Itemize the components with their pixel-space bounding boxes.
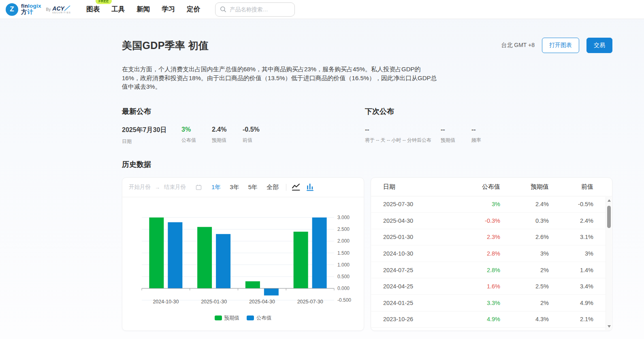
svg-text:2025-07-30: 2025-07-30 [297,299,323,305]
finlogix-logo[interactable]: Z finlogix 方计 [6,3,41,16]
previous-cell: 2.4% [549,217,593,224]
latest-forecast-stat: 2.4% 预期值 [212,126,243,145]
legend-actual-swatch [247,316,254,320]
brand-fin: fin [21,3,28,9]
acy-text: ACY [52,5,64,12]
table-scrollbar[interactable] [606,197,612,330]
date-cell: 2025-04-30 [383,217,448,224]
next-release-section: 下次公布 -- 将于 -- 天 -- 小时 -- 分钟后公布 -- 预期值 --… [365,107,612,145]
forecast-cell: 4.3% [500,316,549,322]
table-header-row: 日期 公布值 预期值 前值 [371,178,612,196]
calendar-icon[interactable] [196,184,202,190]
legend-actual[interactable]: 公布值 [247,315,272,322]
menu-item-charts-label: 图表 [86,5,100,13]
table-row: 2025-07-30 3% 2.4% -0.5% [371,196,612,213]
page-title: 美国GDP季率 初值 [122,39,209,52]
toolbar-divider [286,184,286,191]
previous-cell: -0.5% [549,201,593,207]
actual-cell: 3.3% [448,300,500,306]
actual-cell: 1.6% [448,283,500,290]
previous-cell: 2.1% [549,316,593,322]
svg-text:0.000: 0.000 [337,286,350,291]
legend-expected[interactable]: 预期值 [215,315,240,322]
latest-release-section: 最新公布 2025年7月30日 日期 3% 公布值 2.4% 预期值 -0.5%… [122,107,365,145]
range-all[interactable]: 全部 [267,183,279,191]
latest-previous-label: 前值 [243,137,260,144]
actual-cell: 2.8% [448,250,500,257]
table-body: 2025-07-30 3% 2.4% -0.5% 2025-04-30 -0.3… [371,196,612,328]
forecast-cell: 2.4% [500,201,549,207]
latest-actual-value: 3% [181,126,212,133]
header-actual: 公布值 [448,183,500,191]
range-3y[interactable]: 3年 [230,183,239,191]
scrollbar-thumb[interactable] [607,206,611,228]
trade-button[interactable]: 交易 [586,38,612,53]
table-row: 2025-04-30 -0.3% 0.3% 2.4% [371,213,612,229]
latest-forecast-label: 预期值 [212,137,243,144]
brand-text: finlogix 方计 [21,3,41,15]
top-navbar: Z finlogix 方计 By ACY⟋ SECURITIES 图表 FREE… [0,0,644,19]
legend-expected-swatch [215,316,222,320]
actual-cell: 3% [448,201,500,207]
start-month-input[interactable]: 开始月份 [129,183,151,191]
next-countdown-label: 将于 -- 天 -- 小时 -- 分钟后公布 [365,137,441,144]
product-search[interactable] [215,2,295,17]
next-release-title: 下次公布 [365,107,612,116]
menu-item-learn[interactable]: 学习 [162,3,175,15]
next-frequency-label: 频率 [471,137,481,144]
next-countdown-stat: -- 将于 -- 天 -- 小时 -- 分钟后公布 [365,126,441,144]
latest-previous-stat: -0.5% 前值 [243,126,260,145]
previous-cell: 1.4% [549,267,593,273]
line-chart-icon[interactable] [292,183,300,191]
open-chart-button[interactable]: 打开图表 [542,38,579,53]
svg-text:2025-04-30: 2025-04-30 [249,299,275,305]
range-5y[interactable]: 5年 [248,183,258,191]
range-buttons: 1年 3年 5年 全部 [211,183,279,191]
range-arrow-icon: → [155,184,160,190]
by-label: By [46,7,51,12]
history-section-title: 历史数据 [122,160,612,169]
next-countdown-value: -- [365,126,441,133]
free-badge: FREE [96,0,111,4]
brand-cn-blue: 计 [28,9,34,15]
acy-securities-text: SECURITIES [52,12,71,14]
menu-item-tools[interactable]: 工具 [111,3,125,15]
main-menu: 图表 FREE 工具 新闻 学习 定价 [86,3,200,15]
brand-logix: logix [28,3,41,9]
header-date: 日期 [383,183,448,191]
search-input[interactable] [230,6,290,13]
bar-chart-icon[interactable] [307,183,313,191]
next-frequency-value: -- [471,126,481,133]
header-forecast: 预期值 [500,183,549,191]
end-month-input[interactable]: 结束月份 [164,183,186,191]
actual-cell: 4.9% [448,316,500,322]
table-row: 2024-10-30 2.8% 3% 3% [371,245,612,262]
legend-expected-label: 预期值 [224,315,240,322]
latest-date-label: 日期 [122,138,181,145]
next-forecast-stat: -- 预期值 [441,126,471,144]
next-forecast-value: -- [441,126,471,133]
menu-item-pricing[interactable]: 定价 [187,3,200,15]
month-range-picker[interactable]: 开始月份 → 结束月份 [129,183,202,191]
forecast-cell: 0.3% [500,217,549,224]
date-cell: 2025-01-30 [383,234,448,240]
previous-cell: 3% [549,250,593,257]
date-cell: 2024-10-30 [383,250,448,257]
actual-cell: 2.3% [448,234,500,240]
chart-toolbar: 开始月份 → 结束月份 1年 3年 5年 全部 [122,178,364,197]
scrollbar-down-icon[interactable] [608,325,611,328]
svg-text:2024-10-30: 2024-10-30 [153,299,179,305]
latest-previous-value: -0.5% [243,126,260,133]
svg-text:2.500: 2.500 [337,226,350,232]
menu-item-news[interactable]: 新闻 [136,3,150,15]
date-cell: 2025-07-30 [383,201,448,207]
scrollbar-up-icon[interactable] [608,199,611,202]
svg-text:0.500: 0.500 [337,273,350,279]
forecast-cell: 2.5% [500,283,549,290]
brand-cn-dark: 方 [21,9,28,15]
table-row: 2024-01-25 3.3% 2% 4.9% [371,295,612,311]
previous-cell: 4.9% [549,300,593,306]
range-1y[interactable]: 1年 [211,183,221,191]
menu-item-charts[interactable]: 图表 FREE [86,3,100,15]
timezone-label[interactable]: 台北 GMT +8 [501,42,535,49]
